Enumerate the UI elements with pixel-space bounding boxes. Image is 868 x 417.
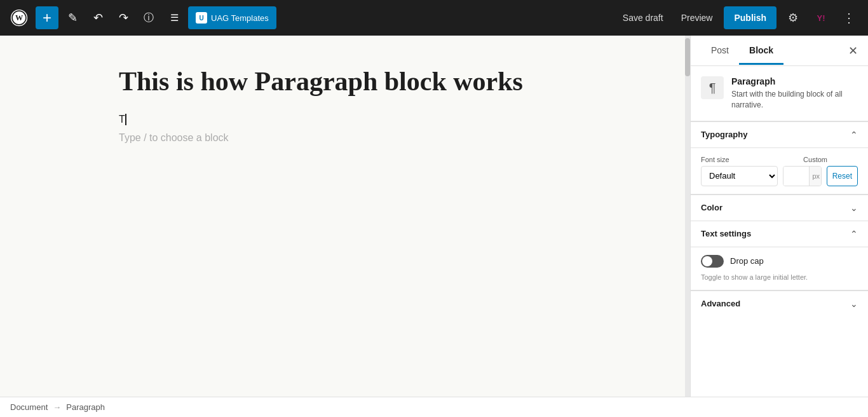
- redo-icon: ↷: [119, 11, 128, 25]
- block-desc-text: Start with the building block of all nar…: [731, 89, 858, 111]
- preview-button[interactable]: Preview: [675, 9, 719, 27]
- color-chevron-down: ⌄: [850, 203, 858, 213]
- status-paragraph[interactable]: Paragraph: [66, 402, 105, 412]
- block-icon: ¶: [701, 76, 724, 99]
- add-block-button[interactable]: +: [36, 6, 58, 29]
- info-icon: ⓘ: [144, 11, 154, 25]
- text-settings-label: Text settings: [701, 229, 751, 238]
- advanced-section-header[interactable]: Advanced ⌄: [691, 291, 868, 317]
- font-size-select[interactable]: Default Small Medium Large: [701, 166, 778, 186]
- typography-content: Font size Custom Default Small Medium La…: [691, 147, 868, 194]
- editor-area[interactable]: This is how Paragraph block works T Type…: [0, 36, 685, 397]
- main-area: This is how Paragraph block works T Type…: [0, 36, 868, 397]
- advanced-chevron-down: ⌄: [850, 299, 858, 309]
- editor-scrollbar[interactable]: [685, 36, 690, 397]
- uag-templates-button[interactable]: U UAG Templates: [188, 6, 276, 29]
- block-placeholder[interactable]: Type / to choose a block: [119, 132, 566, 144]
- custom-px-field[interactable]: [783, 167, 809, 186]
- yoast-button[interactable]: Y!: [810, 6, 832, 29]
- edit-button[interactable]: ✎: [61, 6, 84, 29]
- wp-logo[interactable]: W: [8, 6, 31, 29]
- drop-cap-toggle[interactable]: [701, 255, 724, 268]
- info-button[interactable]: ⓘ: [137, 6, 160, 29]
- svg-text:W: W: [15, 13, 24, 22]
- text-cursor: [125, 114, 126, 125]
- settings-button[interactable]: ⚙: [782, 6, 804, 29]
- text-settings-content: Drop cap Toggle to show a large initial …: [691, 247, 868, 290]
- uag-templates-label: UAG Templates: [211, 13, 269, 23]
- paragraph-icon: ¶: [709, 81, 716, 95]
- typography-chevron-up: ⌃: [850, 130, 858, 140]
- status-bar: Document → Paragraph: [0, 397, 868, 417]
- drop-cap-hint: Toggle to show a large initial letter.: [701, 273, 858, 282]
- block-description: Paragraph Start with the building block …: [731, 76, 858, 111]
- redo-button[interactable]: ↷: [112, 6, 135, 29]
- block-info: ¶ Paragraph Start with the building bloc…: [691, 66, 868, 121]
- editor-content: This is how Paragraph block works T Type…: [88, 36, 597, 397]
- publish-button[interactable]: Publish: [724, 6, 776, 29]
- color-section: Color ⌄: [691, 194, 868, 221]
- custom-px-input: px: [783, 166, 821, 186]
- undo-icon: ↶: [93, 11, 103, 25]
- plus-icon: +: [43, 9, 51, 27]
- px-unit: px: [809, 167, 821, 186]
- block-nav-button[interactable]: ☰: [163, 6, 186, 29]
- right-panel: Post Block ✕ ¶ Paragraph Start with the …: [690, 36, 868, 397]
- panel-close-button[interactable]: ✕: [848, 44, 858, 58]
- cursor-char: T: [119, 114, 125, 125]
- list-icon: ☰: [170, 12, 179, 24]
- scrollbar-thumb: [685, 38, 690, 76]
- typography-label: Typography: [701, 130, 747, 139]
- text-settings-section: Text settings ⌃ Drop cap Toggle to show …: [691, 221, 868, 290]
- uag-icon: U: [196, 12, 207, 24]
- tab-block[interactable]: Block: [739, 38, 783, 65]
- yoast-icon: Y!: [817, 13, 825, 23]
- text-settings-header[interactable]: Text settings ⌃: [691, 221, 868, 247]
- more-options-button[interactable]: ⋮: [837, 6, 860, 29]
- panel-tabs: Post Block ✕: [691, 36, 868, 66]
- color-label: Color: [701, 203, 722, 212]
- undo-button[interactable]: ↶: [86, 6, 109, 29]
- block-name: Paragraph: [731, 76, 858, 86]
- advanced-section: Advanced ⌄: [691, 290, 868, 317]
- font-labels-row: Font size Custom: [701, 156, 858, 163]
- text-settings-chevron-up: ⌃: [850, 229, 858, 239]
- drop-cap-row: Drop cap: [701, 255, 858, 268]
- post-title[interactable]: This is how Paragraph block works: [119, 66, 566, 97]
- main-toolbar: W + ✎ ↶ ↷ ⓘ ☰ U UAG Templates: [0, 0, 868, 36]
- advanced-label: Advanced: [701, 299, 740, 308]
- color-section-header[interactable]: Color ⌄: [691, 195, 868, 221]
- status-document[interactable]: Document: [10, 402, 48, 412]
- reset-button[interactable]: Reset: [827, 166, 858, 186]
- ellipsis-icon: ⋮: [843, 10, 855, 25]
- toolbar-right: Save draft Preview Publish ⚙ Y! ⋮: [616, 6, 860, 29]
- font-size-label: Font size: [701, 156, 729, 163]
- close-icon: ✕: [848, 44, 858, 58]
- custom-label: Custom: [803, 156, 827, 163]
- drop-cap-label: Drop cap: [730, 256, 764, 266]
- typography-section-header[interactable]: Typography ⌃: [691, 121, 868, 147]
- active-paragraph[interactable]: T: [119, 112, 566, 127]
- tab-post[interactable]: Post: [701, 38, 739, 65]
- font-size-controls: Default Small Medium Large px Reset: [701, 166, 858, 186]
- save-draft-button[interactable]: Save draft: [616, 9, 670, 27]
- status-separator: →: [53, 402, 61, 412]
- gear-icon: ⚙: [788, 11, 798, 25]
- pencil-icon: ✎: [68, 11, 78, 25]
- toolbar-left: W + ✎ ↶ ↷ ⓘ ☰ U UAG Templates: [8, 6, 276, 29]
